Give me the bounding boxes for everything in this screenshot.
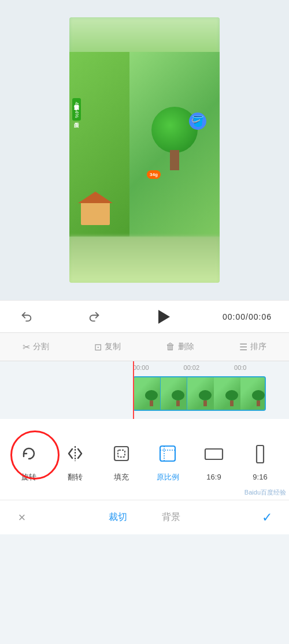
ratio-169-tool[interactable]: 16:9 xyxy=(191,435,237,487)
timeline-clip[interactable] xyxy=(133,376,266,411)
copy-label: 复制 xyxy=(105,342,121,352)
timeline-track[interactable] xyxy=(133,374,266,413)
video-preview-area: 满满营养紧紧锁 4154%蛋白质 🪣 34g xyxy=(0,0,289,300)
play-button[interactable] xyxy=(153,306,173,327)
badge-34g: 34g xyxy=(147,170,161,179)
ratio-11-icon xyxy=(284,440,289,468)
copy-icon: ⊡ xyxy=(94,342,102,353)
timeline-area: 00:00 00:02 00:0 xyxy=(0,361,289,419)
flip-tool[interactable]: 翻转 xyxy=(52,434,98,488)
video-frame: 满满营养紧紧锁 4154%蛋白质 🪣 34g xyxy=(69,17,220,283)
original-ratio-tool[interactable]: 原比例 xyxy=(144,434,191,488)
redo-button[interactable] xyxy=(85,308,103,326)
original-ratio-label: 原比例 xyxy=(157,472,179,482)
bottom-action-bar: × 裁切 背景 ✓ xyxy=(0,500,289,534)
copy-button[interactable]: ⊡ 复制 xyxy=(94,342,121,353)
arrange-icon: ☰ xyxy=(239,342,247,353)
fill-tool[interactable]: 填充 xyxy=(98,434,144,488)
svg-rect-6 xyxy=(205,449,223,459)
timeline-ruler: 00:00 00:02 00:0 xyxy=(0,361,289,374)
delete-icon: 🗑 xyxy=(166,342,175,352)
tab-crop[interactable]: 裁切 xyxy=(109,511,127,523)
close-button[interactable]: × xyxy=(12,507,32,528)
tab-background[interactable]: 背景 xyxy=(162,511,180,523)
video-mid-content: 满满营养紧紧锁 4154%蛋白质 🪣 34g xyxy=(69,52,220,237)
clip-thumb-5 xyxy=(240,377,266,410)
video-right-panel: 🪣 34g xyxy=(129,52,220,237)
ratio-11-tool[interactable]: 1 xyxy=(283,435,289,487)
split-button[interactable]: ✂ 分割 xyxy=(23,342,49,353)
split-label: 分割 xyxy=(33,342,49,352)
timeline-mark-1: 00:02 xyxy=(184,364,200,371)
fill-icon xyxy=(108,440,135,467)
controls-bar: 00:00/00:06 xyxy=(0,300,289,332)
ratio-916-tool[interactable]: 9:16 xyxy=(237,435,283,487)
tools-row: 旋转 翻转 填充 xyxy=(0,419,289,494)
action-toolbar: ✂ 分割 ⊡ 复制 🗑 删除 ☰ 排序 xyxy=(0,332,289,361)
flip-icon xyxy=(61,440,89,467)
timeline-mark-2: 00:0 xyxy=(234,364,246,371)
split-icon: ✂ xyxy=(23,342,30,353)
current-time: 00:00 xyxy=(223,312,246,321)
delete-label: 删除 xyxy=(178,342,194,352)
video-left-panel: 满满营养紧紧锁 4154%蛋白质 xyxy=(69,52,129,237)
clip-thumb-3 xyxy=(187,377,214,410)
svg-rect-1 xyxy=(114,447,128,460)
fill-label: 填充 xyxy=(114,472,129,482)
time-display: 00:00/00:06 xyxy=(223,312,272,321)
svg-rect-7 xyxy=(257,445,264,463)
video-bottom-blur xyxy=(69,237,220,283)
clip-thumb-1 xyxy=(134,377,161,410)
play-icon xyxy=(158,310,170,324)
delete-button[interactable]: 🗑 删除 xyxy=(166,342,194,352)
ratio-916-label: 9:16 xyxy=(253,473,267,481)
video-text-overlay: 满满营养紧紧锁 4154%蛋白质 xyxy=(72,98,81,121)
arrange-button[interactable]: ☰ 排序 xyxy=(239,342,266,353)
ratio-916-icon xyxy=(246,440,274,468)
arrange-label: 排序 xyxy=(250,342,266,352)
clip-thumb-4 xyxy=(214,377,240,410)
total-time: 00:06 xyxy=(249,312,272,321)
rotate-tool[interactable]: 旋转 xyxy=(6,434,52,488)
timeline-cursor xyxy=(133,361,134,419)
rotate-label: 旋转 xyxy=(21,472,36,482)
timeline-mark-0: 00:00 xyxy=(133,364,149,371)
ratio-169-label: 16:9 xyxy=(206,473,221,481)
rotate-icon xyxy=(15,440,43,467)
confirm-button[interactable]: ✓ xyxy=(257,507,277,528)
original-ratio-icon xyxy=(154,440,181,467)
bottom-tab-group: 裁切 背景 xyxy=(109,511,180,523)
bottom-tools-panel: 旋转 翻转 填充 xyxy=(0,419,289,534)
clip-thumb-2 xyxy=(161,377,187,410)
undo-button[interactable] xyxy=(17,308,36,326)
svg-rect-3 xyxy=(160,446,175,461)
ratio-169-icon xyxy=(200,440,228,468)
svg-rect-2 xyxy=(118,450,125,457)
flip-label: 翻转 xyxy=(68,472,83,482)
